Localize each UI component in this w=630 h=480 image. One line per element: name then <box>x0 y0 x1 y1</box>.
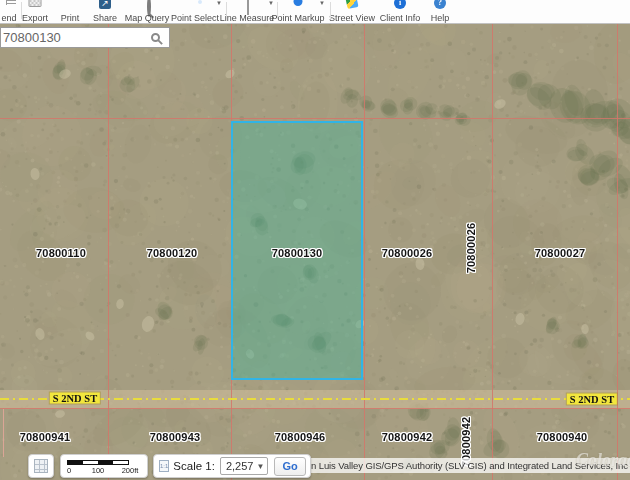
parcel-label: 70800027 <box>535 247 586 259</box>
toolbar-divider <box>226 2 227 19</box>
toolbar-item-map-query[interactable]: Map Query <box>145 0 149 24</box>
parcel-boundary-line <box>364 24 365 480</box>
toolbar-divider <box>21 2 22 19</box>
coordinate-grid-widget[interactable] <box>28 454 54 478</box>
scale-ratio-icon: 1:1 <box>159 460 169 472</box>
share-icon: ↗ <box>99 0 111 9</box>
colorado-watermark: Colorado <box>576 450 630 471</box>
scale-label: Scale 1: <box>173 460 215 472</box>
toolbar-item-legend[interactable]: end <box>0 0 18 24</box>
search-input[interactable] <box>1 30 151 45</box>
scalebar-widget: 0 100 200ft <box>60 454 148 478</box>
coordinate-grid-icon <box>34 459 48 473</box>
street-label: S 2ND ST <box>50 393 100 404</box>
parcel-boundary-line <box>617 24 618 480</box>
chevron-down-icon[interactable]: ▼ <box>268 0 274 6</box>
parcel-label: 70800943 <box>150 431 201 443</box>
point-markup-icon <box>294 0 303 6</box>
parcel-label: 70800940 <box>537 431 588 443</box>
search-box <box>0 27 170 48</box>
export-icon <box>29 0 42 7</box>
parcel-label: 70800120 <box>147 247 198 259</box>
scalebar-tick: 200ft <box>122 466 139 475</box>
help-icon: ? <box>434 0 446 9</box>
parcel-label-selected: 70800130 <box>272 247 323 259</box>
chevron-down-icon[interactable]: ▼ <box>319 0 325 6</box>
parcel-boundary-line <box>108 24 109 480</box>
parcel-label: 70800026 <box>382 247 433 259</box>
toolbar: end Export Print ↗ Share Map Query Point… <box>0 0 630 24</box>
chevron-down-icon: ▼ <box>257 459 265 475</box>
scale-select[interactable]: 2,257 ▼ <box>220 457 269 475</box>
toolbar-divider <box>330 2 331 19</box>
parcel-label: 70800941 <box>20 431 71 443</box>
legend-icon <box>6 0 16 5</box>
scalebar-bar <box>67 460 129 465</box>
street-label: S 2ND ST <box>567 394 617 405</box>
parcel-label: 70800942 <box>382 431 433 443</box>
toolbar-divider <box>277 2 278 19</box>
gis-map-viewer-window: S 2ND ST S 2ND ST 70800110 70800120 7080… <box>0 0 630 480</box>
parcel-label: 70800110 <box>36 247 86 259</box>
toolbar-item-line-measure[interactable]: Line Measure <box>246 0 248 24</box>
parcel-boundary-line <box>0 118 630 119</box>
parcel-boundary-line <box>0 408 630 409</box>
street-view-icon <box>345 0 358 9</box>
scale-value: 2,257 <box>226 460 254 472</box>
scalebar-tick: 100 <box>92 466 105 475</box>
client-info-icon: i <box>394 0 406 9</box>
go-button[interactable]: Go <box>274 457 305 476</box>
scalebar: 0 100 200ft <box>67 458 143 474</box>
map-viewport: S 2ND ST S 2ND ST 70800110 70800120 7080… <box>0 24 630 480</box>
parcel-boundary-line <box>492 24 493 480</box>
search-icon[interactable] <box>151 33 160 42</box>
scalebar-tick: 0 <box>67 466 71 475</box>
scale-widget: 1:1 Scale 1: 2,257 ▼ Go <box>153 454 311 478</box>
parcel-label: 70800946 <box>275 431 326 443</box>
parcel-boundary-line <box>3 409 4 457</box>
parcel-label: 70800026 <box>465 223 477 274</box>
chevron-down-icon[interactable]: ▼ <box>216 0 222 6</box>
